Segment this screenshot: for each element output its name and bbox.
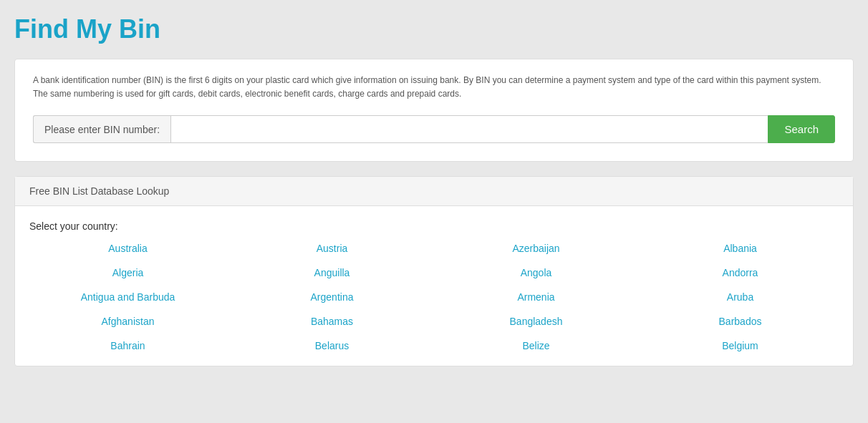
search-row: Please enter BIN number: Search — [33, 115, 835, 143]
search-card: A bank identification number (BIN) is th… — [14, 59, 854, 162]
country-link[interactable]: Andorra — [642, 267, 839, 278]
country-link[interactable]: Bahamas — [233, 316, 430, 327]
country-link[interactable]: Anguilla — [233, 267, 430, 278]
country-link[interactable]: Bangladesh — [438, 316, 635, 327]
country-link[interactable]: Antigua and Barbuda — [29, 291, 226, 303]
country-link[interactable]: Armenia — [438, 291, 635, 303]
country-link[interactable]: Angola — [438, 267, 635, 278]
bin-search-input[interactable] — [170, 115, 768, 143]
country-link[interactable]: Belarus — [233, 340, 430, 351]
country-link[interactable]: Australia — [29, 243, 226, 254]
select-country-label: Select your country: — [29, 220, 839, 232]
description-text: A bank identification number (BIN) is th… — [33, 74, 835, 101]
country-link[interactable]: Belize — [438, 340, 635, 351]
database-header: Free BIN List Database Lookup — [15, 177, 853, 206]
country-grid: AustraliaAustriaAzerbaijanAlbaniaAlgeria… — [29, 243, 839, 351]
search-label: Please enter BIN number: — [33, 115, 170, 143]
country-link[interactable]: Belgium — [642, 340, 839, 351]
country-link[interactable]: Albania — [642, 243, 839, 254]
country-link[interactable]: Austria — [233, 243, 430, 254]
country-link[interactable]: Aruba — [642, 291, 839, 303]
country-link[interactable]: Azerbaijan — [438, 243, 635, 254]
database-card: Free BIN List Database Lookup Select you… — [14, 176, 854, 366]
country-link[interactable]: Bahrain — [29, 340, 226, 351]
country-link[interactable]: Afghanistan — [29, 316, 226, 327]
country-link[interactable]: Algeria — [29, 267, 226, 278]
country-link[interactable]: Barbados — [642, 316, 839, 327]
search-button[interactable]: Search — [768, 115, 835, 143]
page-title: Find My Bin — [14, 14, 854, 44]
database-body: Select your country: AustraliaAustriaAze… — [15, 206, 853, 366]
country-link[interactable]: Argentina — [233, 291, 430, 303]
